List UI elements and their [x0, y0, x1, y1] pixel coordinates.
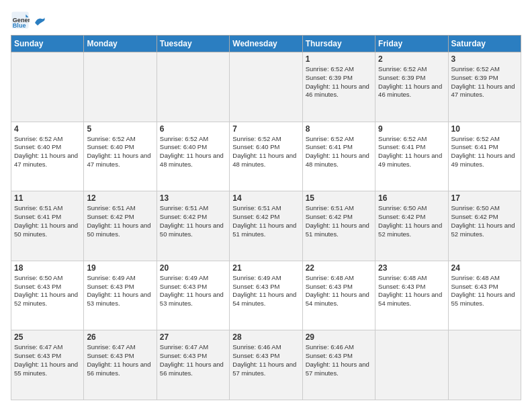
- day-number: 15: [306, 193, 372, 203]
- col-friday: Friday: [375, 36, 448, 52]
- day-number: 13: [160, 193, 226, 203]
- logo-bird-icon: [34, 16, 46, 26]
- day-number: 28: [232, 332, 299, 342]
- calendar-day-cell: 2Sunrise: 6:52 AMSunset: 6:39 PMDaylight…: [375, 52, 448, 122]
- day-info: Sunrise: 6:50 AMSunset: 6:42 PMDaylight:…: [451, 204, 518, 238]
- day-info: Sunrise: 6:52 AMSunset: 6:40 PMDaylight:…: [14, 135, 81, 169]
- col-thursday: Thursday: [302, 36, 375, 52]
- calendar-day-cell: 29Sunrise: 6:46 AMSunset: 6:43 PMDayligh…: [302, 330, 375, 400]
- day-number: 27: [160, 332, 226, 342]
- day-number: 19: [87, 263, 153, 273]
- day-number: 29: [306, 332, 372, 342]
- day-number: 17: [451, 193, 518, 203]
- calendar-day-cell: 11Sunrise: 6:51 AMSunset: 6:41 PMDayligh…: [11, 191, 84, 261]
- day-info: Sunrise: 6:50 AMSunset: 6:43 PMDaylight:…: [14, 274, 81, 308]
- calendar-week-row: 18Sunrise: 6:50 AMSunset: 6:43 PMDayligh…: [11, 261, 521, 330]
- calendar-day-cell: 13Sunrise: 6:51 AMSunset: 6:42 PMDayligh…: [157, 191, 229, 261]
- logo: General Blue: [11, 11, 46, 30]
- calendar-day-cell: [11, 52, 84, 122]
- day-info: Sunrise: 6:48 AMSunset: 6:43 PMDaylight:…: [451, 274, 518, 308]
- day-number: 14: [232, 193, 299, 203]
- calendar-day-cell: [157, 52, 229, 122]
- day-number: 4: [14, 124, 81, 134]
- calendar-day-cell: 21Sunrise: 6:49 AMSunset: 6:43 PMDayligh…: [230, 261, 302, 330]
- day-info: Sunrise: 6:48 AMSunset: 6:43 PMDaylight:…: [378, 274, 445, 308]
- calendar-day-cell: 9Sunrise: 6:52 AMSunset: 6:41 PMDaylight…: [375, 122, 448, 191]
- day-info: Sunrise: 6:49 AMSunset: 6:43 PMDaylight:…: [232, 274, 299, 308]
- calendar-day-cell: 18Sunrise: 6:50 AMSunset: 6:43 PMDayligh…: [11, 261, 84, 330]
- day-info: Sunrise: 6:50 AMSunset: 6:42 PMDaylight:…: [378, 204, 445, 238]
- day-number: 9: [378, 124, 445, 134]
- day-info: Sunrise: 6:46 AMSunset: 6:43 PMDaylight:…: [306, 343, 372, 377]
- page: General Blue Sunday Monda: [0, 0, 532, 411]
- day-info: Sunrise: 6:52 AMSunset: 6:39 PMDaylight:…: [378, 65, 445, 99]
- day-info: Sunrise: 6:51 AMSunset: 6:42 PMDaylight:…: [306, 204, 372, 238]
- day-info: Sunrise: 6:52 AMSunset: 6:40 PMDaylight:…: [232, 135, 299, 169]
- day-number: 3: [451, 54, 518, 64]
- header: General Blue: [11, 11, 521, 30]
- day-info: Sunrise: 6:52 AMSunset: 6:39 PMDaylight:…: [306, 65, 372, 99]
- calendar-day-cell: 15Sunrise: 6:51 AMSunset: 6:42 PMDayligh…: [302, 191, 375, 261]
- calendar-day-cell: 6Sunrise: 6:52 AMSunset: 6:40 PMDaylight…: [157, 122, 229, 191]
- day-number: 2: [378, 54, 445, 64]
- day-info: Sunrise: 6:52 AMSunset: 6:41 PMDaylight:…: [306, 135, 372, 169]
- calendar-day-cell: 5Sunrise: 6:52 AMSunset: 6:40 PMDaylight…: [84, 122, 157, 191]
- calendar-day-cell: 1Sunrise: 6:52 AMSunset: 6:39 PMDaylight…: [302, 52, 375, 122]
- calendar-day-cell: [375, 330, 448, 400]
- day-number: 20: [160, 263, 226, 273]
- day-info: Sunrise: 6:49 AMSunset: 6:43 PMDaylight:…: [160, 274, 226, 308]
- day-number: 16: [378, 193, 445, 203]
- day-number: 18: [14, 263, 81, 273]
- day-number: 1: [306, 54, 372, 64]
- day-info: Sunrise: 6:46 AMSunset: 6:43 PMDaylight:…: [232, 343, 299, 377]
- calendar-day-cell: 10Sunrise: 6:52 AMSunset: 6:41 PMDayligh…: [448, 122, 521, 191]
- calendar-header-row: Sunday Monday Tuesday Wednesday Thursday…: [11, 36, 521, 52]
- calendar-day-cell: 17Sunrise: 6:50 AMSunset: 6:42 PMDayligh…: [448, 191, 521, 261]
- day-info: Sunrise: 6:51 AMSunset: 6:41 PMDaylight:…: [14, 204, 81, 238]
- day-info: Sunrise: 6:52 AMSunset: 6:40 PMDaylight:…: [87, 135, 153, 169]
- calendar-day-cell: 20Sunrise: 6:49 AMSunset: 6:43 PMDayligh…: [157, 261, 229, 330]
- day-info: Sunrise: 6:47 AMSunset: 6:43 PMDaylight:…: [160, 343, 226, 377]
- calendar-day-cell: [84, 52, 157, 122]
- calendar-day-cell: 7Sunrise: 6:52 AMSunset: 6:40 PMDaylight…: [230, 122, 302, 191]
- calendar-day-cell: [230, 52, 302, 122]
- calendar-week-row: 1Sunrise: 6:52 AMSunset: 6:39 PMDaylight…: [11, 52, 521, 122]
- day-number: 26: [87, 332, 153, 342]
- calendar-day-cell: [448, 330, 521, 400]
- calendar-day-cell: 25Sunrise: 6:47 AMSunset: 6:43 PMDayligh…: [11, 330, 84, 400]
- calendar-day-cell: 26Sunrise: 6:47 AMSunset: 6:43 PMDayligh…: [84, 330, 157, 400]
- calendar-day-cell: 28Sunrise: 6:46 AMSunset: 6:43 PMDayligh…: [230, 330, 302, 400]
- day-number: 6: [160, 124, 226, 134]
- calendar-week-row: 4Sunrise: 6:52 AMSunset: 6:40 PMDaylight…: [11, 122, 521, 191]
- day-info: Sunrise: 6:51 AMSunset: 6:42 PMDaylight:…: [232, 204, 299, 238]
- calendar-table: Sunday Monday Tuesday Wednesday Thursday…: [11, 35, 521, 400]
- day-number: 8: [306, 124, 372, 134]
- day-number: 7: [232, 124, 299, 134]
- col-monday: Monday: [84, 36, 157, 52]
- col-sunday: Sunday: [11, 36, 84, 52]
- calendar-day-cell: 23Sunrise: 6:48 AMSunset: 6:43 PMDayligh…: [375, 261, 448, 330]
- day-info: Sunrise: 6:51 AMSunset: 6:42 PMDaylight:…: [160, 204, 226, 238]
- day-number: 25: [14, 332, 81, 342]
- day-number: 24: [451, 263, 518, 273]
- day-info: Sunrise: 6:51 AMSunset: 6:42 PMDaylight:…: [87, 204, 153, 238]
- day-number: 5: [87, 124, 153, 134]
- day-number: 23: [378, 263, 445, 273]
- col-wednesday: Wednesday: [230, 36, 302, 52]
- day-number: 22: [306, 263, 372, 273]
- calendar-day-cell: 12Sunrise: 6:51 AMSunset: 6:42 PMDayligh…: [84, 191, 157, 261]
- day-info: Sunrise: 6:52 AMSunset: 6:41 PMDaylight:…: [378, 135, 445, 169]
- calendar-day-cell: 19Sunrise: 6:49 AMSunset: 6:43 PMDayligh…: [84, 261, 157, 330]
- day-info: Sunrise: 6:47 AMSunset: 6:43 PMDaylight:…: [14, 343, 81, 377]
- calendar-day-cell: 14Sunrise: 6:51 AMSunset: 6:42 PMDayligh…: [230, 191, 302, 261]
- svg-text:Blue: Blue: [13, 22, 26, 29]
- day-number: 11: [14, 193, 81, 203]
- calendar-day-cell: 3Sunrise: 6:52 AMSunset: 6:39 PMDaylight…: [448, 52, 521, 122]
- logo-icon: General Blue: [11, 11, 30, 30]
- day-info: Sunrise: 6:52 AMSunset: 6:39 PMDaylight:…: [451, 65, 518, 99]
- day-info: Sunrise: 6:47 AMSunset: 6:43 PMDaylight:…: [87, 343, 153, 377]
- col-saturday: Saturday: [448, 36, 521, 52]
- day-info: Sunrise: 6:52 AMSunset: 6:41 PMDaylight:…: [451, 135, 518, 169]
- calendar-day-cell: 27Sunrise: 6:47 AMSunset: 6:43 PMDayligh…: [157, 330, 229, 400]
- calendar-week-row: 25Sunrise: 6:47 AMSunset: 6:43 PMDayligh…: [11, 330, 521, 400]
